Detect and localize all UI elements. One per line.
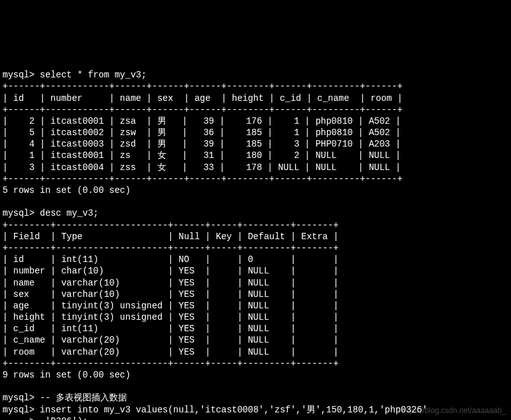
prompt-cont: -> bbox=[3, 416, 34, 420]
terminal-output: mysql> select * from my_v3; +------+----… bbox=[0, 58, 511, 420]
table-row: | number | char(10) | YES | | NULL | | bbox=[3, 266, 338, 276]
table1-header: | id | number | name | sex | age | heigh… bbox=[3, 93, 402, 103]
table-row: | 4 | itcast0003 | zsd | 男 | 39 | 185 | … bbox=[3, 139, 401, 149]
sql-insert-line1: insert into my_v3 values(null,'itcast000… bbox=[40, 405, 428, 415]
table-row: | height | tinyint(3) unsigned | YES | |… bbox=[3, 312, 338, 322]
sql-insert-line2: ,'D306'); bbox=[40, 416, 88, 420]
table-row: | 2 | itcast0001 | zsa | 男 | 39 | 176 | … bbox=[3, 116, 401, 126]
prompt: mysql> bbox=[3, 405, 34, 415]
table-row: | 3 | itcast0004 | zss | 女 | 33 | 178 | … bbox=[3, 162, 401, 173]
table-row: | c_id | int(11) | YES | | NULL | | bbox=[3, 324, 338, 334]
table-row: | name | varchar(10) | YES | | NULL | | bbox=[3, 278, 338, 288]
table-row: | 5 | itcast0002 | zsw | 男 | 36 | 185 | … bbox=[3, 128, 401, 138]
sql-select: select * from my_v3; bbox=[40, 70, 147, 80]
watermark-text: https://blog.csdn.net/aaaaaab_ bbox=[402, 406, 506, 416]
table2-border-bot: +--------+---------------------+------+-… bbox=[3, 358, 338, 369]
prompt: mysql> bbox=[3, 208, 34, 218]
result-count: 9 rows in set (0.00 sec) bbox=[3, 370, 131, 380]
table-row: | c_name | varchar(20) | YES | | NULL | … bbox=[3, 335, 338, 345]
table-row: | age | tinyint(3) unsigned | YES | | NU… bbox=[3, 301, 338, 311]
table-row: | id | int(11) | NO | | 0 | | bbox=[3, 254, 338, 265]
table2-border-top: +--------+---------------------+------+-… bbox=[3, 220, 338, 230]
sql-comment: -- 多表视图插入数据 bbox=[40, 393, 127, 403]
table-row: | sex | varchar(10) | YES | | NULL | | bbox=[3, 289, 338, 299]
table2-border-mid: +--------+---------------------+------+-… bbox=[3, 243, 338, 253]
table-row: | room | varchar(20) | YES | | NULL | | bbox=[3, 347, 338, 357]
prompt: mysql> bbox=[3, 393, 34, 403]
table1-border-top: +------+------------+------+------+-----… bbox=[3, 81, 402, 91]
table1-border-bot: +------+------------+------+------+-----… bbox=[3, 174, 402, 184]
table1-border-mid: +------+------------+------+------+-----… bbox=[3, 105, 402, 115]
sql-desc: desc my_v3; bbox=[40, 208, 98, 218]
table-row: | 1 | itcast0001 | zs | 女 | 31 | 180 | 2… bbox=[3, 150, 401, 161]
result-count: 5 rows in set (0.00 sec) bbox=[3, 185, 131, 195]
prompt: mysql> bbox=[3, 70, 34, 80]
table2-header: | Field | Type | Null | Key | Default | … bbox=[3, 232, 338, 242]
